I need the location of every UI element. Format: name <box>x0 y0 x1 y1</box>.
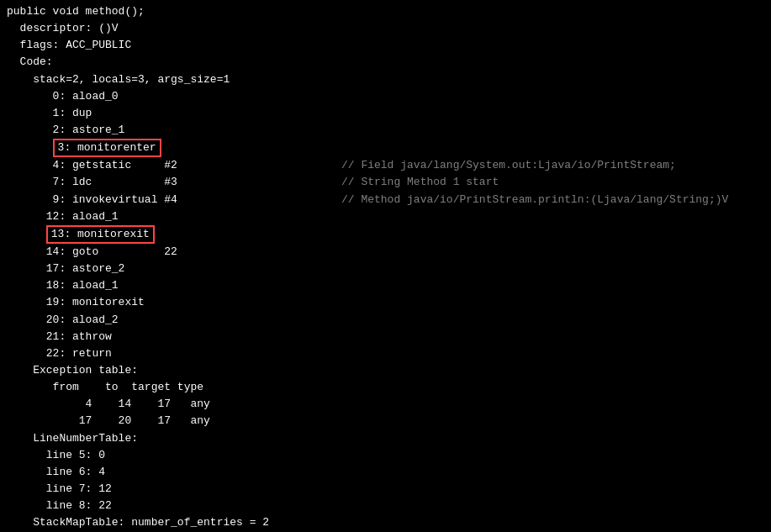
line-14: 14: goto 22 <box>7 244 764 261</box>
line-exception-row2: 17 20 17 any <box>7 413 764 429</box>
line-exception-table: Exception table: <box>7 362 764 379</box>
line-9-invokevirtual: 9: invokevirtual #4 // Method java/io/Pr… <box>7 192 764 208</box>
line-linenumber-table: LineNumberTable: <box>7 430 764 447</box>
line-linenumber-8: line 8: 22 <box>7 498 764 514</box>
line-2: 2: astore_1 <box>7 122 764 139</box>
line-1: 1: dup <box>7 105 764 122</box>
line-7-ldc: 7: ldc #3 // String Method 1 start <box>7 174 764 191</box>
monitorenter-highlight: 3: monitorenter <box>53 139 161 157</box>
line-linenumber-6: line 6: 4 <box>7 464 764 481</box>
line-18: 18: aload_1 <box>7 277 764 294</box>
line-21: 21: athrow <box>7 329 764 345</box>
line-flags: flags: ACC_PUBLIC <box>7 37 764 54</box>
line-stackmaptable: StackMapTable: number_of_entries = 2 <box>7 514 764 531</box>
line-4-getstatic: 4: getstatic #2 // Field java/lang/Syste… <box>7 157 764 174</box>
line-stack: stack=2, locals=3, args_size=1 <box>7 71 764 88</box>
line-19: 19: monitorexit <box>7 294 764 311</box>
code-viewer: public void method(); descriptor: ()V fl… <box>0 0 771 532</box>
line-exception-header: from to target type <box>7 379 764 396</box>
line-13-monitorexit: 13: monitorexit <box>7 225 764 244</box>
line-0: 0: aload_0 <box>7 88 764 105</box>
line-exception-row1: 4 14 17 any <box>7 396 764 413</box>
line-22: 22: return <box>7 345 764 362</box>
line-12: 12: aload_1 <box>7 208 764 225</box>
line-descriptor: descriptor: ()V <box>7 20 764 37</box>
line-3-monitorenter: 3: monitorenter <box>7 139 764 157</box>
line-code: Code: <box>7 54 764 71</box>
line-method-decl: public void method(); <box>7 3 764 20</box>
line-linenumber-7: line 7: 12 <box>7 481 764 498</box>
line-linenumber-5: line 5: 0 <box>7 447 764 464</box>
monitorexit-highlight: 13: monitorexit <box>46 225 155 244</box>
line-17: 17: astore_2 <box>7 261 764 277</box>
line-20: 20: aload_2 <box>7 312 764 329</box>
